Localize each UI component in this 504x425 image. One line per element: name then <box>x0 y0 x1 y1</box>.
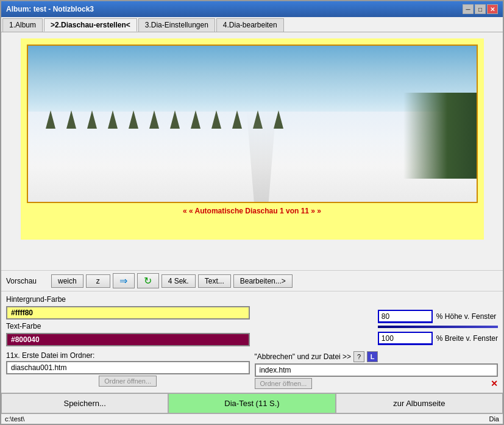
preview-toolbar: Vorschau weich z ⇒ ↻ 4 Sek. Text... Bear… <box>1 270 503 291</box>
maximize-button[interactable]: □ <box>475 4 486 14</box>
menu-tabs: 1.Album >2.Diaschau-erstellen< 3.Dia-Ein… <box>1 17 503 32</box>
weich-button[interactable]: weich <box>51 274 83 288</box>
caption-right-arrow: » <box>317 207 321 215</box>
preview-label: Vorschau <box>6 277 43 285</box>
z-button[interactable]: z <box>86 274 110 288</box>
tab-diaschau-erstellen[interactable]: >2.Diaschau-erstellen< <box>44 18 137 32</box>
play-forward-button[interactable]: ⇒ <box>113 273 135 288</box>
first-file-section: 11x. Erste Datei im Ordner: Ordner öffne… <box>6 351 250 389</box>
abort-label: "Abbrechen" und zur Datei >> <box>255 352 352 361</box>
file-rows: 11x. Erste Datei im Ordner: Ordner öffne… <box>6 351 498 389</box>
tree-2 <box>63 105 80 129</box>
bg-color-row: Hintergrund-Farbe <box>6 295 373 304</box>
title-bar: Album: test - Notizblock3 ─ □ ✕ <box>1 1 503 17</box>
width-label: % Breite v. Fenster <box>436 334 498 343</box>
tree-4 <box>104 103 121 129</box>
tree-8 <box>187 102 204 129</box>
l-button[interactable]: L <box>367 351 378 362</box>
tree-1 <box>42 101 59 129</box>
tree-9 <box>208 102 225 129</box>
slide-caption: « « Automatische Diaschau 1 von 11 » » <box>183 207 321 215</box>
text-color-label: Text-Farbe <box>6 322 79 330</box>
folder-open-1-button[interactable]: Ordner öffnen... <box>99 376 157 387</box>
tab-album[interactable]: 1.Album <box>2 18 43 32</box>
text-button[interactable]: Text... <box>198 274 231 288</box>
main-content: « « Automatische Diaschau 1 von 11 » » V… <box>1 32 503 424</box>
tab-dia-bearbeiten[interactable]: 4.Dia-bearbeiten <box>216 18 284 32</box>
play-forward-icon: ⇒ <box>119 275 127 287</box>
slide-frame: « « Automatische Diaschau 1 von 11 » » <box>21 38 484 240</box>
settings-area: Hintergrund-Farbe Text-Farbe <box>1 291 503 393</box>
bearbeiten-button[interactable]: Bearbeiten...> <box>233 274 293 288</box>
minimize-button[interactable]: ─ <box>463 4 474 14</box>
caption-text: « Automatische Diaschau 1 von 11 » <box>189 207 315 215</box>
question-button[interactable]: ? <box>353 351 364 362</box>
bg-color-input-row <box>6 306 373 320</box>
bg-color-input[interactable] <box>6 306 250 320</box>
tree-3 <box>83 98 101 129</box>
tree-6 <box>146 105 163 129</box>
tree-5 <box>125 101 142 129</box>
caption-left-arrow: « <box>183 207 187 215</box>
status-bar: c:\test\ Dia <box>1 413 503 424</box>
settings-right: % Höhe v. Fenster % Breite v. Fenster <box>378 306 498 349</box>
width-row: % Breite v. Fenster <box>378 332 498 345</box>
settings-left: Hintergrund-Farbe Text-Farbe <box>6 295 373 349</box>
bottom-buttons: Speichern... Dia-Test (11 S.) zur Albums… <box>1 393 503 413</box>
app-window: Album: test - Notizblock3 ─ □ ✕ 1.Album … <box>0 0 504 425</box>
save-button[interactable]: Speichern... <box>1 393 168 413</box>
first-file-label: 11x. Erste Datei im Ordner: <box>6 351 94 360</box>
time-button[interactable]: 4 Sek. <box>161 274 196 288</box>
scene-trees <box>40 105 403 128</box>
slide-image <box>27 45 478 203</box>
window-controls: ─ □ ✕ <box>463 4 498 14</box>
abort-file-section: "Abbrechen" und zur Datei >> ? L Ordner … <box>255 351 499 389</box>
status-path: c:\test\ <box>5 415 24 423</box>
tab-dia-einstellungen[interactable]: 3.Dia-Einstellungen <box>138 18 215 32</box>
bg-color-label: Hintergrund-Farbe <box>6 295 79 304</box>
width-input[interactable] <box>378 332 433 345</box>
divider-line <box>378 326 498 328</box>
abort-label-row: "Abbrechen" und zur Datei >> ? L <box>255 351 499 362</box>
height-input[interactable] <box>378 310 433 323</box>
status-right: Dia <box>489 415 499 423</box>
tree-10 <box>229 104 246 129</box>
height-row: % Höhe v. Fenster <box>378 310 498 323</box>
first-file-input[interactable] <box>6 361 250 374</box>
folder-open-2-button[interactable]: Ordner öffnen... <box>255 378 313 389</box>
text-color-input[interactable] <box>6 333 250 346</box>
first-file-label-row: 11x. Erste Datei im Ordner: <box>6 351 250 360</box>
height-label: % Höhe v. Fenster <box>436 312 496 321</box>
refresh-button[interactable]: ↻ <box>137 273 159 288</box>
right-forest <box>403 93 477 179</box>
refresh-icon: ↻ <box>144 275 152 287</box>
dia-test-button[interactable]: Dia-Test (11 S.) <box>168 393 335 413</box>
preview-scroll-container: « « Automatische Diaschau 1 von 11 » » <box>1 32 503 246</box>
cross-icon: ✕ <box>491 379 498 388</box>
zur-albumseite-button[interactable]: zur Albumseite <box>336 393 503 413</box>
close-button[interactable]: ✕ <box>487 4 498 14</box>
text-color-label-row: Text-Farbe <box>6 322 373 330</box>
tree-7 <box>166 99 183 129</box>
window-title: Album: test - Notizblock3 <box>6 5 94 13</box>
abort-file-input[interactable] <box>255 363 499 377</box>
text-color-input-row <box>6 333 373 346</box>
preview-area[interactable]: « « Automatische Diaschau 1 von 11 » » <box>1 32 503 270</box>
